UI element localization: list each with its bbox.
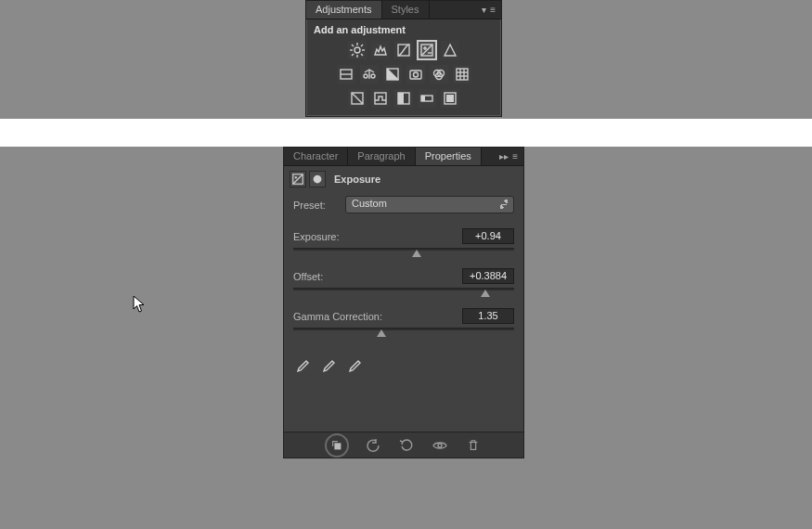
hue-saturation-icon[interactable]: [337, 65, 355, 84]
tab-styles[interactable]: Styles: [382, 1, 430, 19]
svg-point-42: [438, 444, 442, 447]
svg-line-6: [361, 54, 363, 56]
svg-line-7: [361, 45, 363, 46]
adjustments-row-2: [306, 62, 501, 86]
exposure-value[interactable]: +0.94: [462, 228, 514, 244]
expand-icon: ▸▸: [499, 151, 509, 161]
channel-mixer-icon[interactable]: [430, 65, 448, 84]
properties-panel-menu[interactable]: ▸▸ ≡: [494, 151, 523, 161]
adjustment-type-icon[interactable]: [290, 171, 306, 187]
panel-menu-button[interactable]: ▾ ≡: [476, 5, 501, 15]
preset-dropdown[interactable]: Custom: [345, 196, 514, 213]
adjustments-tabbar: Adjustments Styles ▾ ≡: [306, 1, 501, 19]
curves-icon[interactable]: [394, 41, 413, 59]
reset-button[interactable]: [397, 436, 416, 455]
adjustments-panel: Adjustments Styles ▾ ≡ Add an adjustment: [305, 0, 502, 117]
adjustments-title: Add an adjustment: [306, 19, 501, 38]
visibility-button[interactable]: [431, 436, 449, 455]
offset-slider[interactable]: [293, 286, 514, 297]
preset-label: Preset:: [293, 200, 345, 211]
gradient-map-icon[interactable]: [418, 89, 436, 108]
tab-adjustments[interactable]: Adjustments: [306, 1, 382, 19]
levels-icon[interactable]: [371, 41, 390, 59]
brightness-contrast-icon[interactable]: [348, 41, 367, 59]
svg-rect-24: [457, 69, 468, 80]
svg-point-20: [413, 72, 418, 77]
gamma-slider[interactable]: [293, 326, 514, 337]
offset-slider-thumb[interactable]: [481, 290, 490, 297]
svg-point-40: [314, 175, 322, 184]
eyedropper-row: [284, 342, 523, 391]
tab-paragraph[interactable]: Paragraph: [348, 148, 415, 165]
svg-line-5: [352, 45, 354, 46]
eyedropper-black-icon[interactable]: [295, 359, 310, 374]
threshold-icon[interactable]: [394, 89, 413, 108]
delete-button[interactable]: [464, 436, 483, 455]
tab-properties[interactable]: Properties: [416, 148, 482, 165]
gamma-value[interactable]: 1.35: [462, 308, 514, 324]
photo-filter-icon[interactable]: [406, 65, 425, 84]
offset-label: Offset:: [293, 271, 345, 282]
black-white-icon[interactable]: [383, 65, 402, 84]
invert-icon[interactable]: [348, 89, 367, 108]
adjustments-row-1: [306, 38, 501, 62]
eyedropper-gray-icon[interactable]: [321, 359, 336, 374]
properties-panel: Character Paragraph Properties ▸▸ ≡ Expo…: [283, 147, 524, 458]
svg-rect-32: [398, 93, 404, 104]
mask-icon[interactable]: [309, 171, 326, 187]
adjustments-row-3: [306, 86, 501, 110]
selective-color-icon[interactable]: [441, 89, 459, 108]
svg-rect-30: [375, 93, 386, 104]
gamma-slider-thumb[interactable]: [377, 329, 386, 337]
exposure-icon[interactable]: [418, 41, 436, 59]
view-previous-button[interactable]: [364, 436, 382, 455]
exposure-slider[interactable]: [293, 246, 514, 257]
clip-to-layer-button[interactable]: [325, 433, 349, 458]
vibrance-icon[interactable]: [441, 41, 459, 59]
posterize-icon[interactable]: [371, 89, 390, 108]
properties-footer: [284, 432, 523, 458]
menu-icon: ≡: [512, 151, 518, 161]
offset-value[interactable]: +0.3884: [462, 268, 514, 284]
tab-character[interactable]: Character: [284, 148, 348, 165]
eyedropper-white-icon[interactable]: [347, 359, 362, 374]
svg-rect-34: [421, 96, 425, 101]
svg-point-0: [354, 47, 360, 53]
color-lookup-icon[interactable]: [453, 65, 471, 84]
adjustment-name: Exposure: [329, 174, 380, 185]
collapse-icon: ▾: [482, 5, 486, 15]
exposure-slider-thumb[interactable]: [412, 250, 421, 257]
cursor-icon: [133, 295, 146, 314]
svg-line-8: [352, 54, 354, 56]
exposure-label: Exposure:: [293, 231, 345, 242]
svg-point-16: [364, 74, 367, 78]
menu-icon: ≡: [490, 5, 496, 15]
svg-rect-41: [334, 443, 341, 449]
properties-tabbar: Character Paragraph Properties ▸▸ ≡: [284, 148, 523, 166]
svg-point-17: [371, 74, 375, 78]
gamma-label: Gamma Correction:: [293, 311, 405, 322]
color-balance-icon[interactable]: [360, 65, 379, 84]
svg-rect-36: [446, 95, 454, 102]
